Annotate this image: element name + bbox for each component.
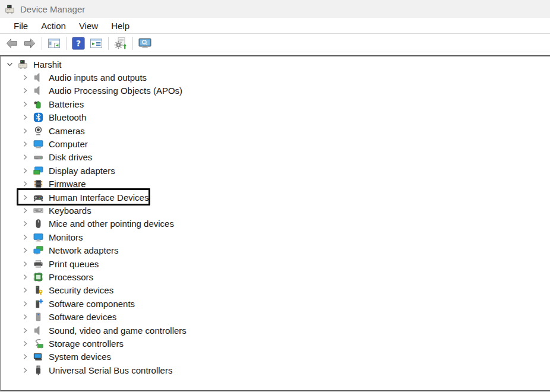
tree-item-security-devices-label: Security devices: [49, 285, 113, 295]
system-device-icon: [33, 352, 43, 362]
tree-item-cameras[interactable]: Cameras: [1, 124, 550, 137]
menu-item-action[interactable]: Action: [35, 20, 72, 32]
firmware-chip-icon: [33, 179, 43, 189]
tree-item-display-adapters-label: Display adapters: [49, 166, 115, 176]
chevron-right-icon[interactable]: [22, 87, 29, 94]
speaker-icon: [33, 325, 43, 336]
tree-item-system-devices[interactable]: System devices: [1, 350, 550, 363]
chevron-right-icon[interactable]: [22, 194, 29, 201]
scan-for-hardware-changes-button[interactable]: [112, 36, 129, 51]
tree-item-software-devices[interactable]: Software devices: [1, 310, 550, 323]
tree-item-mice-and-other-pointing-devices[interactable]: Mice and other pointing devices: [1, 217, 550, 230]
help-button[interactable]: ?: [70, 36, 87, 51]
tree-item-audio-processing-objects-apos-label: Audio Processing Objects (APOs): [49, 86, 182, 96]
software-component-icon: [33, 299, 43, 309]
tree-item-keyboards-label: Keyboards: [49, 206, 91, 216]
software-device-icon: [33, 312, 43, 322]
tree-item-monitors[interactable]: Monitors: [1, 230, 550, 244]
device-search-icon: [138, 37, 151, 50]
tree-panel: HarshitAudio inputs and outputsAudio Pro…: [0, 55, 550, 391]
tree-item-software-components-label: Software components: [49, 299, 135, 309]
security-key-icon: [33, 285, 43, 295]
tree-item-storage-controllers-label: Storage controllers: [49, 339, 124, 349]
tree-item-keyboards[interactable]: Keyboards: [1, 204, 550, 217]
tree-item-display-adapters[interactable]: Display adapters: [1, 164, 550, 177]
show-console-tree-button[interactable]: [46, 36, 62, 51]
menu-item-help[interactable]: Help: [105, 20, 135, 32]
tree-item-network-adapters-label: Network adapters: [49, 245, 119, 255]
tree-item-firmware[interactable]: Firmware: [1, 178, 550, 191]
svg-text:?: ?: [76, 39, 81, 48]
tree-item-processors[interactable]: Processors: [1, 270, 550, 283]
tree-item-computer-label: Computer: [49, 139, 88, 149]
properties-button[interactable]: [88, 36, 105, 51]
console-tree-icon: [48, 37, 61, 50]
toolbar-separator: [42, 37, 42, 50]
chevron-right-icon[interactable]: [22, 287, 29, 293]
chevron-right-icon[interactable]: [22, 314, 29, 320]
tree-item-audio-inputs-and-outputs[interactable]: Audio inputs and outputs: [1, 71, 550, 84]
toolbar-separator: [132, 37, 133, 50]
device-manager-icon: [18, 59, 28, 69]
toolbar-separator: [66, 37, 67, 50]
tree-root-harshit-label: Harshit: [33, 59, 62, 69]
tree-item-universal-serial-bus-controllers[interactable]: Universal Serial Bus controllers: [1, 363, 550, 377]
tree-root-harshit[interactable]: Harshit: [1, 58, 550, 71]
tree-item-sound-video-and-game-controllers[interactable]: Sound, video and game controllers: [1, 324, 550, 337]
tree-item-security-devices[interactable]: Security devices: [1, 284, 550, 297]
battery-icon: [33, 99, 43, 109]
chevron-right-icon[interactable]: [22, 301, 29, 307]
chevron-right-icon[interactable]: [22, 327, 29, 334]
tree-item-audio-processing-objects-apos[interactable]: Audio Processing Objects (APOs): [1, 84, 550, 97]
tree-item-network-adapters[interactable]: Network adapters: [1, 244, 550, 257]
tree-item-universal-serial-bus-controllers-label: Universal Serial Bus controllers: [49, 365, 172, 375]
speaker-icon: [33, 72, 43, 83]
chevron-right-icon[interactable]: [22, 353, 29, 360]
tree-item-computer[interactable]: Computer: [1, 137, 550, 150]
chevron-right-icon[interactable]: [22, 247, 29, 254]
tree-item-bluetooth-label: Bluetooth: [49, 112, 86, 122]
device-search-button[interactable]: [137, 36, 153, 51]
chevron-right-icon[interactable]: [22, 220, 29, 227]
usb-icon: [33, 365, 43, 375]
disk-drive-icon: [33, 152, 43, 162]
tree-item-print-queues[interactable]: Print queues: [1, 257, 550, 270]
device-tree: HarshitAudio inputs and outputsAudio Pro…: [1, 56, 550, 377]
chevron-right-icon[interactable]: [22, 234, 29, 241]
chevron-right-icon[interactable]: [22, 340, 29, 347]
tree-item-mice-and-other-pointing-devices-label: Mice and other pointing devices: [49, 219, 174, 229]
chevron-right-icon[interactable]: [22, 128, 29, 134]
forward-button[interactable]: [21, 36, 38, 51]
tree-item-storage-controllers[interactable]: Storage controllers: [1, 337, 550, 350]
mouse-icon: [33, 219, 43, 229]
chevron-right-icon[interactable]: [22, 367, 29, 374]
tree-item-bluetooth[interactable]: Bluetooth: [1, 111, 550, 124]
chevron-right-icon[interactable]: [22, 101, 29, 108]
properties-window-icon: [90, 37, 103, 50]
chevron-right-icon[interactable]: [22, 74, 29, 81]
menu-item-file[interactable]: File: [8, 20, 34, 32]
back-button[interactable]: [4, 36, 20, 51]
chevron-right-icon[interactable]: [22, 154, 29, 160]
toolbar: ?: [0, 34, 550, 52]
tree-item-monitors-label: Monitors: [49, 232, 83, 242]
chevron-right-icon[interactable]: [22, 114, 29, 121]
chevron-down-icon[interactable]: [7, 61, 13, 68]
device-manager-window: Device Manager FileActionViewHelp ? Hars…: [0, 0, 550, 392]
menu-item-view[interactable]: View: [73, 20, 104, 32]
tree-item-audio-inputs-and-outputs-label: Audio inputs and outputs: [49, 72, 147, 83]
chevron-right-icon[interactable]: [22, 274, 29, 280]
tree-item-disk-drives[interactable]: Disk drives: [1, 151, 550, 164]
chevron-right-icon[interactable]: [22, 141, 29, 147]
chevron-right-icon[interactable]: [22, 261, 29, 267]
chevron-right-icon[interactable]: [22, 181, 29, 187]
tree-item-software-components[interactable]: Software components: [1, 297, 550, 310]
chevron-right-icon[interactable]: [22, 167, 29, 174]
tree-item-cameras-label: Cameras: [49, 126, 85, 136]
chevron-right-icon[interactable]: [22, 207, 29, 214]
tree-item-batteries[interactable]: Batteries: [1, 97, 550, 110]
tree-item-software-devices-label: Software devices: [49, 312, 116, 322]
tree-item-system-devices-label: System devices: [49, 352, 111, 362]
tree-item-print-queues-label: Print queues: [49, 259, 99, 269]
tree-item-human-interface-devices[interactable]: Human Interface Devices: [1, 191, 550, 204]
